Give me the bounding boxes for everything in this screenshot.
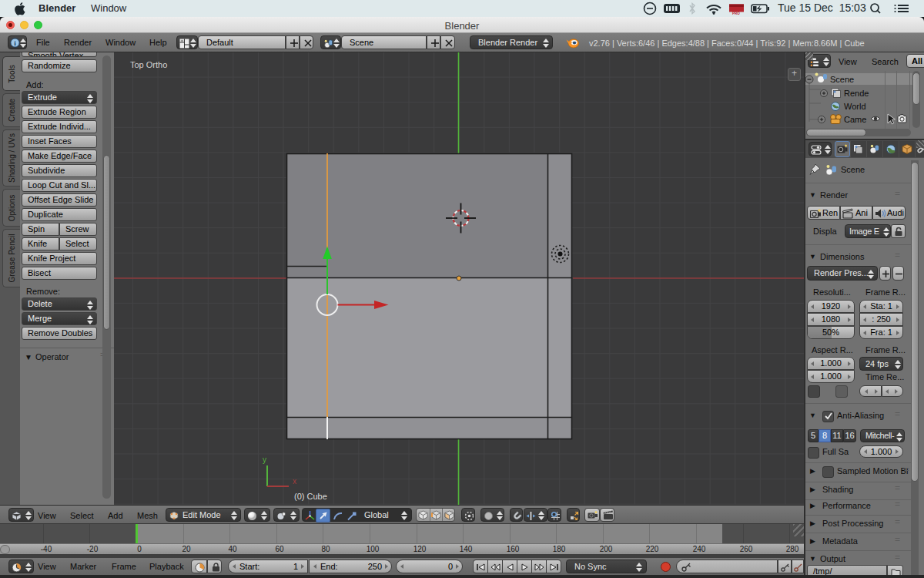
svg-text:Rende: Rende	[844, 89, 869, 98]
svg-text:PRO: PRO	[732, 12, 740, 15]
svg-text:x: x	[293, 477, 296, 486]
svg-text:y: y	[263, 455, 266, 464]
svg-text:World: World	[844, 102, 866, 111]
svg-text:(0) Cube: (0) Cube	[294, 492, 327, 501]
svg-text:Came: Came	[844, 115, 866, 124]
svg-text:Scene: Scene	[830, 75, 854, 84]
